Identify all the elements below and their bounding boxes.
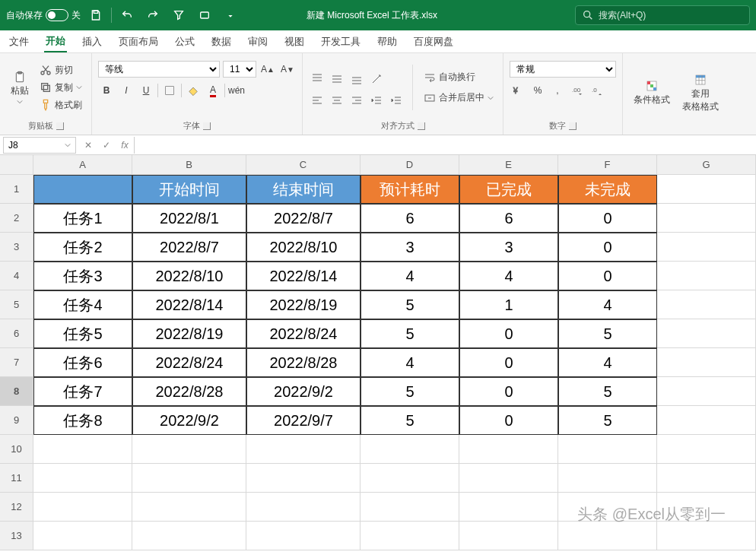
- dialog-launcher-icon[interactable]: [569, 122, 577, 130]
- cell[interactable]: [657, 175, 756, 204]
- formula-input[interactable]: [134, 137, 756, 154]
- indent-decrease-icon[interactable]: [368, 92, 385, 109]
- font-name-select[interactable]: 等线: [98, 61, 220, 78]
- tab-帮助[interactable]: 帮助: [376, 32, 399, 52]
- cell[interactable]: 2022/8/24: [246, 319, 361, 348]
- align-bottom-icon[interactable]: [348, 71, 365, 87]
- decrease-font-icon[interactable]: A▼: [279, 61, 296, 78]
- cell[interactable]: 6: [459, 204, 558, 233]
- cell[interactable]: 0: [459, 377, 558, 406]
- cell[interactable]: 任务1: [33, 204, 132, 233]
- dialog-launcher-icon[interactable]: [203, 122, 211, 130]
- name-box[interactable]: J8: [3, 137, 76, 154]
- tab-审阅[interactable]: 审阅: [246, 32, 269, 52]
- cell[interactable]: 0: [558, 262, 657, 290]
- copy-button[interactable]: 复制: [37, 80, 85, 96]
- cell[interactable]: [657, 348, 756, 377]
- cell[interactable]: 2022/8/1: [132, 204, 246, 233]
- cell[interactable]: 2022/9/7: [246, 406, 361, 435]
- cell[interactable]: [246, 435, 361, 464]
- cell[interactable]: [657, 262, 756, 290]
- cell[interactable]: [33, 522, 132, 550]
- table-format-button[interactable]: 套用 表格格式: [678, 71, 723, 116]
- row-header-5[interactable]: 5: [0, 290, 33, 319]
- tab-插入[interactable]: 插入: [81, 32, 103, 52]
- cell[interactable]: 4: [558, 290, 657, 319]
- autosave-toggle[interactable]: 自动保存 关: [6, 9, 81, 22]
- tab-页面布局[interactable]: 页面布局: [117, 32, 160, 52]
- cell[interactable]: [657, 522, 756, 550]
- align-right-icon[interactable]: [348, 92, 365, 109]
- cell[interactable]: 2022/9/2: [246, 377, 361, 406]
- merge-cells-button[interactable]: 合并后居中: [421, 90, 497, 106]
- orientation-icon[interactable]: [368, 71, 385, 87]
- wrap-text-button[interactable]: 自动换行: [421, 69, 497, 85]
- cell[interactable]: 1: [459, 290, 558, 319]
- row-header-3[interactable]: 3: [0, 233, 33, 262]
- cell[interactable]: [132, 493, 246, 522]
- row-header-8[interactable]: 8: [0, 377, 33, 406]
- tab-数据[interactable]: 数据: [210, 32, 233, 52]
- row-header-11[interactable]: 11: [0, 464, 33, 493]
- cell[interactable]: 2022/8/10: [132, 262, 246, 290]
- cell[interactable]: 6: [361, 204, 459, 233]
- select-all-corner[interactable]: [0, 155, 33, 175]
- cell[interactable]: [132, 522, 246, 550]
- cell[interactable]: [246, 493, 361, 522]
- cell[interactable]: 5: [361, 290, 459, 319]
- cell[interactable]: [657, 319, 756, 348]
- cell[interactable]: 0: [459, 348, 558, 377]
- border-button[interactable]: [161, 82, 178, 99]
- cell[interactable]: 2022/8/19: [246, 290, 361, 319]
- cell[interactable]: 任务5: [33, 319, 132, 348]
- cut-button[interactable]: 剪切: [37, 62, 85, 78]
- header-cell[interactable]: 结束时间: [246, 175, 361, 204]
- row-header-7[interactable]: 7: [0, 348, 33, 377]
- percent-icon[interactable]: %: [529, 82, 546, 99]
- font-color-button[interactable]: A: [205, 82, 221, 99]
- tab-视图[interactable]: 视图: [283, 32, 306, 52]
- align-middle-icon[interactable]: [329, 71, 345, 87]
- cell[interactable]: [361, 522, 459, 550]
- cell[interactable]: 任务3: [33, 262, 132, 290]
- cell[interactable]: 3: [459, 233, 558, 262]
- cell[interactable]: 5: [361, 406, 459, 435]
- cell[interactable]: 4: [361, 262, 459, 290]
- cell[interactable]: 4: [558, 348, 657, 377]
- paste-button[interactable]: 粘贴: [6, 68, 33, 108]
- cell[interactable]: 2022/8/14: [132, 290, 246, 319]
- cancel-formula-icon[interactable]: ✕: [79, 137, 97, 154]
- undo-icon[interactable]: [116, 5, 138, 26]
- row-header-9[interactable]: 9: [0, 406, 33, 435]
- cell[interactable]: 任务2: [33, 233, 132, 262]
- cell[interactable]: 任务8: [33, 406, 132, 435]
- ruby-button[interactable]: wén: [228, 82, 245, 99]
- cell[interactable]: 2022/8/19: [132, 319, 246, 348]
- cell[interactable]: [459, 435, 558, 464]
- cell[interactable]: [361, 493, 459, 522]
- cell[interactable]: [657, 435, 756, 464]
- dialog-launcher-icon[interactable]: [418, 122, 425, 130]
- toggle-switch[interactable]: [46, 9, 68, 21]
- cell[interactable]: 2022/8/10: [246, 233, 361, 262]
- currency-icon[interactable]: ¥: [510, 82, 526, 99]
- save-icon[interactable]: [85, 5, 106, 26]
- indent-increase-icon[interactable]: [388, 92, 405, 109]
- touch-icon[interactable]: [194, 5, 215, 26]
- col-header-A[interactable]: A: [33, 155, 132, 175]
- cell[interactable]: 2022/8/14: [246, 262, 361, 290]
- col-header-E[interactable]: E: [459, 155, 558, 175]
- cell[interactable]: [246, 464, 361, 493]
- cell[interactable]: [459, 493, 558, 522]
- cell[interactable]: [657, 377, 756, 406]
- header-cell[interactable]: 预计耗时: [361, 175, 459, 204]
- redo-icon[interactable]: [142, 5, 164, 26]
- cell[interactable]: 0: [459, 319, 558, 348]
- col-header-F[interactable]: F: [558, 155, 657, 175]
- accept-formula-icon[interactable]: ✓: [97, 137, 116, 154]
- italic-button[interactable]: I: [118, 82, 135, 99]
- col-header-G[interactable]: G: [657, 155, 756, 175]
- tab-百度网盘[interactable]: 百度网盘: [412, 32, 455, 52]
- align-center-icon[interactable]: [329, 92, 345, 109]
- cell[interactable]: 5: [361, 319, 459, 348]
